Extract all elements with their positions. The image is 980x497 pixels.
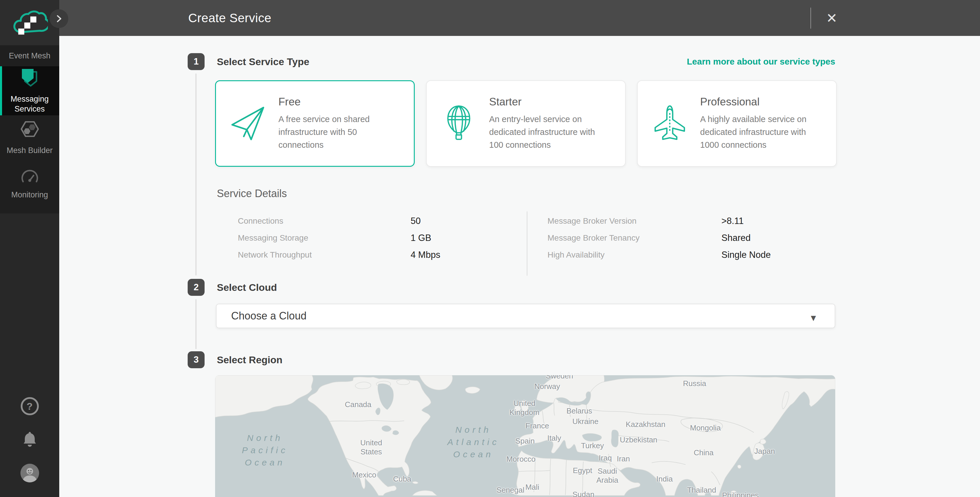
map-label: China — [694, 448, 714, 457]
step-2-title: Select Cloud — [217, 279, 277, 296]
map-label: Mongolia — [690, 424, 721, 432]
detail-label: Messaging Storage — [238, 233, 410, 243]
cloud-select[interactable]: Choose a Cloud ▼ — [216, 304, 835, 328]
paper-plane-icon — [229, 105, 267, 142]
sidebar: Event Mesh Messaging Services Mesh Build… — [0, 0, 59, 497]
card-title: Starter — [489, 96, 609, 108]
sidebar-item-label: Event Mesh — [9, 51, 51, 61]
detail-value: Single Node — [721, 250, 771, 260]
hot-air-balloon-icon — [439, 104, 478, 143]
detail-label: Message Broker Tenancy — [547, 233, 721, 243]
sidebar-item-label: Messaging Services — [8, 94, 52, 114]
detail-row: Message Broker Version >8.11 — [547, 213, 771, 229]
page-title: Create Service — [188, 0, 271, 36]
sidebar-item-messaging-services[interactable]: Messaging Services — [0, 66, 59, 115]
map-label: Sweden — [546, 375, 573, 381]
sidebar-item-monitoring[interactable]: Monitoring — [0, 159, 59, 209]
close-icon[interactable]: ✕ — [822, 9, 841, 27]
service-type-card-professional[interactable]: Professional A highly available service … — [637, 80, 837, 167]
sidebar-item-label: Mesh Builder — [7, 145, 53, 155]
service-details-title: Service Details — [217, 188, 287, 200]
step-1-number: 1 — [188, 53, 205, 70]
map-label: Iraq — [599, 454, 612, 462]
sidebar-nav: Event Mesh Messaging Services Mesh Build… — [0, 45, 59, 213]
help-icon[interactable]: ? — [21, 397, 39, 415]
map-label: Ukraine — [572, 417, 598, 426]
detail-row: High Availability Single Node — [547, 247, 771, 263]
map-label: Senegal — [496, 486, 524, 495]
map-label: Uzbekistan — [620, 435, 657, 444]
map-label: India — [656, 475, 673, 484]
detail-row: Message Broker Tenancy Shared — [547, 229, 771, 247]
step-connector-2 — [196, 299, 196, 349]
card-text: Starter An entry-level service on dedica… — [489, 96, 609, 151]
detail-label: Network Throughput — [238, 250, 410, 260]
detail-label: Message Broker Version — [547, 217, 721, 226]
card-title: Free — [278, 96, 399, 108]
map-label: Egypt — [573, 466, 592, 475]
map-label: Canada — [345, 400, 371, 409]
map-label: Cuba — [393, 475, 411, 484]
map-label: Philippines — [722, 491, 759, 497]
map-label: Mexico — [352, 470, 376, 479]
map-label: Spain — [515, 436, 535, 446]
learn-more-link[interactable]: Learn more about our service types — [687, 53, 835, 70]
detail-value: >8.11 — [721, 216, 744, 226]
map-label: Norway — [535, 382, 560, 391]
map-label: Sudan — [572, 490, 594, 497]
service-details-left: Connections 50 Messaging Storage 1 GB Ne… — [238, 213, 441, 263]
header-divider — [810, 8, 811, 29]
card-text: Professional A highly available service … — [700, 96, 820, 151]
map-label: Belarus — [566, 406, 592, 416]
card-text: Free A free service on shared infrastruc… — [278, 96, 399, 151]
shield-icon — [21, 68, 39, 90]
map-label: Thailand — [687, 486, 716, 495]
detail-label: High Availability — [547, 250, 721, 260]
service-details-right: Message Broker Version >8.11 Message Bro… — [547, 213, 771, 263]
detail-value: Shared — [721, 233, 751, 243]
sidebar-bottom: ? — [0, 397, 59, 484]
account-icon[interactable] — [21, 464, 39, 484]
map-label: Morocco — [506, 455, 536, 464]
cloud-select-value: Choose a Cloud — [231, 304, 306, 328]
cloud-logo-icon — [12, 8, 48, 37]
chevron-right-icon — [55, 14, 63, 23]
map-label: United Kingdom — [509, 399, 539, 417]
gauge-icon — [20, 168, 40, 186]
map-label: Russia — [683, 379, 706, 388]
detail-value: 4 Mbps — [410, 250, 441, 260]
map-label: United States — [360, 438, 382, 456]
service-type-cards: Free A free service on shared infrastruc… — [215, 80, 837, 167]
step-1-title: Select Service Type — [217, 53, 309, 70]
map-label: Turkey — [581, 441, 604, 450]
detail-value: 50 — [410, 216, 420, 226]
details-divider — [527, 212, 527, 276]
map-label: Kazakhstan — [626, 420, 665, 429]
card-description: A free service on shared infrastructure … — [278, 113, 399, 151]
map-label: Italy — [547, 433, 561, 443]
sidebar-expand-button[interactable] — [49, 10, 68, 28]
detail-row: Network Throughput 4 Mbps — [238, 247, 441, 263]
dialog-header: Create Service ✕ — [0, 0, 980, 36]
card-title: Professional — [700, 96, 820, 108]
map-label: Japan — [754, 447, 775, 456]
hexagons-icon — [20, 119, 40, 141]
map-label: France — [526, 421, 549, 430]
card-description: A highly available service on dedicated … — [700, 113, 820, 151]
detail-row: Messaging Storage 1 GB — [238, 229, 441, 247]
ocean-label: NorthPacificOcean — [242, 432, 288, 469]
map-labels: CanadaUnited StatesMexicoCubaSenegalMali… — [215, 375, 835, 497]
notifications-icon[interactable] — [21, 430, 38, 449]
detail-value: 1 GB — [410, 233, 431, 243]
card-description: An entry-level service on dedicated infr… — [489, 113, 609, 151]
step-connector-1 — [196, 73, 196, 276]
detail-label: Connections — [238, 217, 410, 226]
service-type-card-free[interactable]: Free A free service on shared infrastruc… — [215, 80, 415, 167]
ocean-label: NorthAtlanticOcean — [447, 424, 500, 460]
sidebar-item-mesh-builder[interactable]: Mesh Builder — [0, 115, 59, 159]
detail-row: Connections 50 — [238, 213, 441, 229]
region-map[interactable]: CanadaUnited StatesMexicoCubaSenegalMali… — [215, 375, 835, 497]
service-type-card-starter[interactable]: Starter An entry-level service on dedica… — [426, 80, 626, 167]
sidebar-item-event-mesh[interactable]: Event Mesh — [0, 45, 59, 66]
step-3-number: 3 — [188, 351, 205, 368]
